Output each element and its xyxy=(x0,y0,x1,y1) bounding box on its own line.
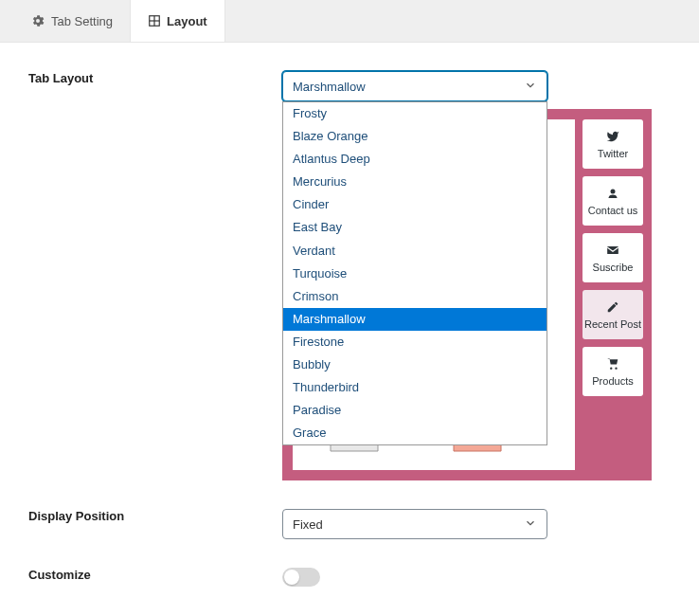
side-card-suscribe[interactable]: Suscribe xyxy=(582,233,643,282)
display-position-control: Fixed xyxy=(282,509,671,539)
user-icon xyxy=(607,186,618,201)
chevron-down-icon xyxy=(524,79,537,95)
dropdown-option[interactable]: Crimson xyxy=(283,285,547,308)
dropdown-option[interactable]: Atlantus Deep xyxy=(283,148,547,171)
field-display-position: Display Position Fixed xyxy=(28,509,671,539)
customize-toggle[interactable] xyxy=(282,568,320,587)
twitter-icon xyxy=(606,129,619,144)
gear-icon xyxy=(30,13,45,28)
dropdown-option[interactable]: Firestone xyxy=(283,331,547,353)
side-card-contact[interactable]: Contact us xyxy=(582,176,643,226)
tab-setting-label: Tab Setting xyxy=(51,14,113,28)
tab-layout-selected: Marshmallow xyxy=(293,80,366,94)
dropdown-option[interactable]: Blaze Orange xyxy=(283,125,547,148)
tab-setting[interactable]: Tab Setting xyxy=(13,0,130,42)
preview-side-panel: Twitter Contact us Suscribe xyxy=(575,110,651,480)
customize-label: Customize xyxy=(28,568,282,587)
side-card-label: Contact us xyxy=(588,205,638,216)
content-area: Tab Layout Marshmallow FrostyBlaze Orang… xyxy=(0,43,699,616)
display-position-select[interactable]: Fixed xyxy=(282,509,547,539)
svg-rect-4 xyxy=(607,246,618,254)
side-card-twitter[interactable]: Twitter xyxy=(582,119,643,169)
toggle-knob xyxy=(284,570,299,585)
customize-control xyxy=(282,568,671,587)
dropdown-option[interactable]: East Bay xyxy=(283,216,547,239)
tab-layout-control: Marshmallow FrostyBlaze OrangeAtlantus D… xyxy=(282,71,671,480)
dropdown-option[interactable]: Frosty xyxy=(283,102,547,125)
svg-point-5 xyxy=(610,368,612,370)
display-position-label: Display Position xyxy=(28,509,282,539)
field-tab-layout: Tab Layout Marshmallow FrostyBlaze Orang… xyxy=(28,71,671,480)
tab-layout-dropdown: FrostyBlaze OrangeAtlantus DeepMercurius… xyxy=(282,101,547,445)
display-position-selected: Fixed xyxy=(293,517,323,532)
dropdown-option[interactable]: Verdant xyxy=(283,240,547,263)
side-card-recent-post[interactable]: Recent Post xyxy=(582,290,643,339)
side-card-label: Suscribe xyxy=(593,262,634,273)
svg-point-6 xyxy=(615,368,617,370)
svg-point-3 xyxy=(611,190,616,194)
side-card-products[interactable]: Products xyxy=(582,347,643,396)
mail-icon xyxy=(606,243,619,258)
edit-icon xyxy=(606,299,619,315)
dropdown-option[interactable]: Bubbly xyxy=(283,353,547,376)
grid-icon xyxy=(148,14,161,27)
chevron-down-icon xyxy=(524,516,537,533)
dropdown-option[interactable]: Thunderbird xyxy=(283,376,547,399)
field-customize: Customize xyxy=(28,568,671,587)
side-card-label: Recent Post xyxy=(584,318,641,330)
dropdown-option[interactable]: Grace xyxy=(283,422,547,444)
cart-icon xyxy=(606,356,619,371)
tab-layout[interactable]: Layout xyxy=(130,0,225,42)
dropdown-option[interactable]: Cinder xyxy=(283,193,547,216)
dropdown-option[interactable]: Mercurius xyxy=(283,171,547,193)
tab-layout-label: Layout xyxy=(167,14,207,28)
dropdown-option[interactable]: Marshmallow xyxy=(283,308,547,331)
dropdown-option[interactable]: Turquoise xyxy=(283,263,547,285)
tab-layout-select[interactable]: Marshmallow xyxy=(282,71,547,101)
dropdown-option[interactable]: Paradise xyxy=(283,399,547,422)
top-tabs: Tab Setting Layout xyxy=(0,0,699,43)
tab-layout-label: Tab Layout xyxy=(28,71,282,480)
side-card-label: Products xyxy=(592,375,633,387)
side-card-label: Twitter xyxy=(598,148,628,159)
